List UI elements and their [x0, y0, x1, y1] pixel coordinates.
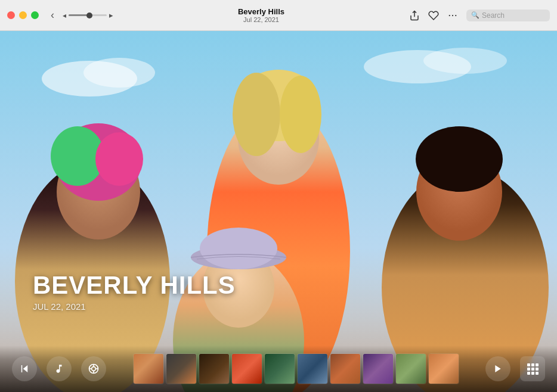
- filmstrip-thumbnail[interactable]: [363, 353, 394, 384]
- grid-dot: [531, 363, 534, 366]
- filmstrip-thumbnail[interactable]: [330, 353, 361, 384]
- minimize-button[interactable]: [19, 11, 27, 19]
- grid-view-button[interactable]: [520, 356, 545, 381]
- filmstrip-thumbnail[interactable]: [264, 353, 295, 384]
- close-button[interactable]: [7, 11, 15, 19]
- rewind-button[interactable]: [12, 356, 37, 381]
- volume-slider[interactable]: [69, 14, 107, 16]
- grid-dot: [531, 372, 534, 375]
- thumbnail-image: [330, 354, 360, 384]
- search-bar: 🔍: [466, 10, 550, 21]
- photo-title-overlay: BEVERLY HILLS JUL 22, 2021: [33, 272, 236, 312]
- grid-icon: [527, 363, 539, 375]
- titlebar-subtitle: Jul 22, 2021: [243, 16, 279, 23]
- thumbnail-image: [199, 354, 229, 384]
- svg-point-20: [280, 76, 321, 153]
- filmstrip-thumbnail[interactable]: [133, 353, 164, 384]
- main-photo-area: BEVERLY HILLS JUL 22, 2021: [0, 31, 557, 392]
- titlebar: ‹ ◂ ▸ Beverly Hills Jul 22, 2021: [0, 0, 557, 31]
- photo-title: BEVERLY HILLS: [33, 272, 236, 299]
- window-controls: [7, 11, 39, 19]
- like-button[interactable]: [428, 10, 439, 21]
- svg-point-15: [416, 126, 503, 192]
- thumbnail-image: [298, 354, 327, 384]
- back-button[interactable]: ‹: [47, 8, 58, 23]
- filmstrip-thumbnail[interactable]: [166, 353, 197, 384]
- svg-point-5: [83, 58, 155, 88]
- thumbnail-image: [396, 354, 426, 384]
- filter-button[interactable]: [81, 356, 106, 381]
- share-button[interactable]: [409, 10, 420, 21]
- toolbar-left: [12, 356, 106, 381]
- volume-high-icon: ▸: [109, 11, 113, 20]
- filmstrip-thumbnail[interactable]: [231, 353, 262, 384]
- photo-date: JUL 22, 2021: [33, 301, 236, 312]
- filmstrip-thumbnail[interactable]: [395, 353, 426, 384]
- thumbnail-image: [265, 354, 295, 384]
- filmstrip-thumbnail[interactable]: [428, 353, 459, 384]
- bottom-toolbar: [0, 346, 557, 392]
- grid-dot: [527, 372, 530, 375]
- music-note-button[interactable]: [47, 356, 72, 381]
- volume-control: ◂ ▸: [63, 11, 113, 20]
- volume-low-icon: ◂: [63, 11, 66, 20]
- svg-point-19: [233, 73, 280, 156]
- svg-point-26: [92, 367, 96, 371]
- svg-point-1: [452, 14, 453, 15]
- volume-thumb: [86, 13, 92, 18]
- grid-dot: [536, 363, 539, 366]
- play-button[interactable]: [485, 356, 510, 381]
- photo-people: [0, 31, 557, 392]
- svg-point-2: [455, 14, 456, 15]
- thumbnail-image: [363, 354, 393, 384]
- thumbnail-image: [429, 354, 459, 384]
- grid-dot: [531, 368, 534, 371]
- titlebar-title: Beverly Hills: [238, 7, 284, 16]
- filmstrip-thumbnail[interactable]: [297, 353, 328, 384]
- grid-dot: [536, 368, 539, 371]
- thumbnail-image: [232, 354, 262, 384]
- titlebar-center: Beverly Hills Jul 22, 2021: [113, 7, 409, 23]
- search-icon: 🔍: [471, 11, 479, 19]
- titlebar-actions: 🔍: [409, 10, 550, 21]
- filmstrip-thumbnail[interactable]: [199, 353, 230, 384]
- more-button[interactable]: [447, 10, 458, 21]
- svg-point-24: [200, 228, 277, 269]
- grid-dot: [527, 363, 530, 366]
- svg-point-7: [423, 48, 507, 74]
- svg-marker-31: [495, 365, 500, 372]
- grid-dot: [536, 372, 539, 375]
- toolbar-right: [485, 356, 545, 381]
- filmstrip: [106, 353, 485, 384]
- svg-point-12: [95, 132, 143, 186]
- thumbnail-image: [166, 354, 196, 384]
- search-input[interactable]: [482, 11, 541, 20]
- thumbnail-image: [134, 354, 163, 384]
- svg-point-0: [449, 14, 450, 15]
- grid-dot: [527, 368, 530, 371]
- maximize-button[interactable]: [31, 11, 39, 19]
